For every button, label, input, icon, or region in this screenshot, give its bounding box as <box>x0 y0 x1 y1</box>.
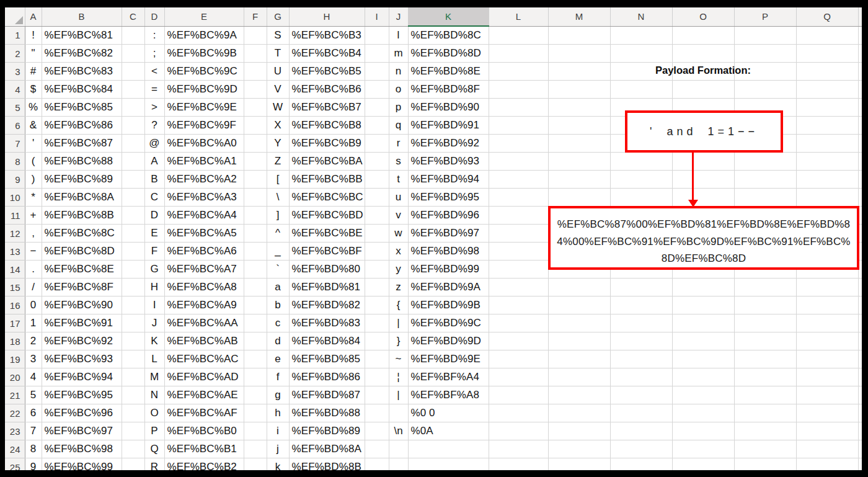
column-header-D[interactable]: D <box>144 7 164 26</box>
column-header-Q[interactable]: Q <box>796 7 858 26</box>
cell-H11[interactable]: %EF%BC%BD <box>289 207 365 225</box>
cell-N21[interactable] <box>610 386 672 404</box>
row-header-18[interactable]: 18 <box>5 332 25 350</box>
row-header-7[interactable]: 7 <box>5 135 25 153</box>
cell-L20[interactable] <box>489 368 548 386</box>
cell-C22[interactable] <box>122 404 144 422</box>
cell-C6[interactable] <box>122 117 144 135</box>
cell-J15[interactable]: z <box>389 279 408 296</box>
cell-L23[interactable] <box>489 422 548 440</box>
cell-A6[interactable]: & <box>25 117 42 135</box>
cell-M19[interactable] <box>548 350 610 368</box>
cell-C8[interactable] <box>122 153 144 171</box>
cell-Q6[interactable] <box>796 117 858 135</box>
cell-E22[interactable]: %EF%BC%AF <box>164 404 244 422</box>
column-header-N[interactable]: N <box>610 7 672 26</box>
row-header-1[interactable]: 1 <box>5 26 25 45</box>
cell-P9[interactable] <box>734 171 796 189</box>
column-header-H[interactable]: H <box>289 7 365 26</box>
cell-A18[interactable]: 2 <box>25 332 42 350</box>
cell-B25[interactable]: %EF%BC%99 <box>42 458 122 471</box>
row-header-14[interactable]: 14 <box>5 261 25 279</box>
cell-F22[interactable] <box>244 404 267 422</box>
cell-E10[interactable]: %EF%BC%A3 <box>164 189 244 207</box>
cell-D9[interactable]: B <box>144 171 164 189</box>
cell-A7[interactable]: ' <box>25 135 42 153</box>
cell-I4[interactable] <box>365 81 389 99</box>
cell-C4[interactable] <box>122 81 144 99</box>
cell-J16[interactable]: { <box>389 296 408 314</box>
cell-C19[interactable] <box>122 350 144 368</box>
cell-P25[interactable] <box>734 458 796 471</box>
cell-B20[interactable]: %EF%BC%94 <box>42 368 122 386</box>
cell-A2[interactable]: " <box>25 45 42 63</box>
cell-H14[interactable]: %EF%BD%80 <box>289 261 365 279</box>
cell-G6[interactable]: X <box>267 117 289 135</box>
cell-L18[interactable] <box>489 332 548 350</box>
cell-L4[interactable] <box>489 81 548 99</box>
cell-F16[interactable] <box>244 296 267 314</box>
row-header-11[interactable]: 11 <box>5 207 25 225</box>
cell-I24[interactable] <box>365 440 389 458</box>
cell-A5[interactable]: % <box>25 99 42 117</box>
cell-L3[interactable] <box>489 63 548 81</box>
cell-K16[interactable]: %EF%BD%9B <box>408 296 489 314</box>
cell-N19[interactable] <box>610 350 672 368</box>
cell-B3[interactable]: %EF%BC%83 <box>42 63 122 81</box>
cell-C17[interactable] <box>122 314 144 332</box>
cell-B13[interactable]: %EF%BC%8D <box>42 243 122 261</box>
cell-A21[interactable]: 5 <box>25 386 42 404</box>
row-header-21[interactable]: 21 <box>5 386 25 404</box>
cell-F18[interactable] <box>244 332 267 350</box>
cell-H17[interactable]: %EF%BD%83 <box>289 314 365 332</box>
cell-A23[interactable]: 7 <box>25 422 42 440</box>
cell-M15[interactable] <box>548 279 610 296</box>
cell-K2[interactable]: %EF%BD%8D <box>408 45 489 63</box>
cell-B11[interactable]: %EF%BC%8B <box>42 207 122 225</box>
cell-C25[interactable] <box>122 458 144 471</box>
cell-D14[interactable]: G <box>144 261 164 279</box>
cell-L16[interactable] <box>489 296 548 314</box>
column-header-I[interactable]: I <box>365 7 389 26</box>
cell-E16[interactable]: %EF%BC%A9 <box>164 296 244 314</box>
cell-Q10[interactable] <box>796 189 858 207</box>
cell-N23[interactable] <box>610 422 672 440</box>
cell-F6[interactable] <box>244 117 267 135</box>
cell-E7[interactable]: %EF%BC%A0 <box>164 135 244 153</box>
cell-H2[interactable]: %EF%BC%B4 <box>289 45 365 63</box>
cell-N9[interactable] <box>610 171 672 189</box>
cell-Q9[interactable] <box>796 171 858 189</box>
cell-J3[interactable]: n <box>389 63 408 81</box>
cell-P19[interactable] <box>734 350 796 368</box>
cell-H10[interactable]: %EF%BC%BC <box>289 189 365 207</box>
cell-D25[interactable]: R <box>144 458 164 471</box>
arrow-line[interactable] <box>692 153 694 200</box>
cell-I14[interactable] <box>365 261 389 279</box>
cell-F9[interactable] <box>244 171 267 189</box>
cell-L10[interactable] <box>489 189 548 207</box>
cell-G3[interactable]: U <box>267 63 289 81</box>
cell-O19[interactable] <box>672 350 734 368</box>
cell-G21[interactable]: g <box>267 386 289 404</box>
cell-A11[interactable]: + <box>25 207 42 225</box>
cell-J24[interactable] <box>389 440 408 458</box>
cell-L9[interactable] <box>489 171 548 189</box>
cell-M7[interactable] <box>548 135 610 153</box>
cell-O18[interactable] <box>672 332 734 350</box>
cell-C3[interactable] <box>122 63 144 81</box>
cell-E2[interactable]: %EF%BC%9B <box>164 45 244 63</box>
cell-I25[interactable] <box>365 458 389 471</box>
column-header-P[interactable]: P <box>734 7 796 26</box>
cell-J1[interactable]: l <box>389 26 408 45</box>
column-header-M[interactable]: M <box>548 7 610 26</box>
cell-A1[interactable]: ! <box>25 26 42 45</box>
cell-O9[interactable] <box>672 171 734 189</box>
cell-E3[interactable]: %EF%BC%9C <box>164 63 244 81</box>
cell-C16[interactable] <box>122 296 144 314</box>
cell-M6[interactable] <box>548 117 610 135</box>
cell-L21[interactable] <box>489 386 548 404</box>
cell-C5[interactable] <box>122 99 144 117</box>
cell-I23[interactable] <box>365 422 389 440</box>
cell-Q23[interactable] <box>796 422 858 440</box>
cell-P4[interactable] <box>734 81 796 99</box>
